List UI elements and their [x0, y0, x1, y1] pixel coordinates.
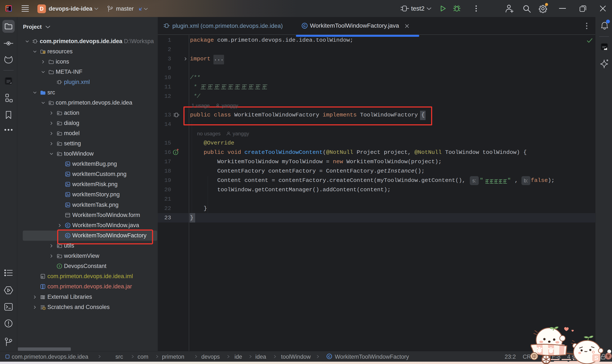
svg-text:S: S: [594, 355, 599, 361]
svg-text:I: I: [59, 264, 60, 268]
svg-text:C: C: [67, 223, 69, 227]
svg-text:C: C: [303, 24, 306, 28]
svg-text:C: C: [328, 355, 330, 358]
svg-text:I: I: [175, 151, 176, 154]
